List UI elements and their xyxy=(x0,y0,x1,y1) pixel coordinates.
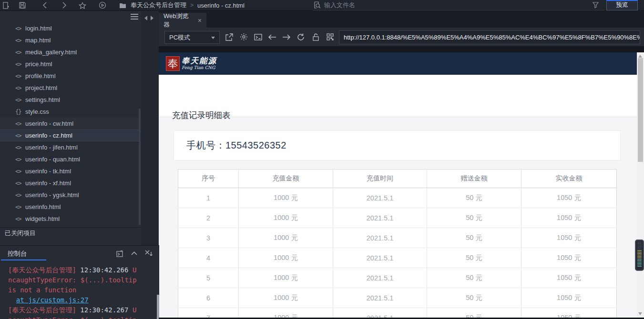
console-output[interactable]: [奉天公众号后台管理] 12:30:42.266 UncaughtTypeErr… xyxy=(8,265,156,319)
url-bar[interactable]: http://127.0.0.1:8848/%E5%A5%89%E5%A4%A9… xyxy=(339,30,640,44)
file-name: style.css xyxy=(25,108,49,115)
settings-gear-icon[interactable] xyxy=(239,32,248,41)
tree-item[interactable]: <>userinfo - jifen.html xyxy=(0,141,140,153)
tree-item[interactable]: <>userinfo - xf.html xyxy=(0,177,140,189)
table-cell: 1050 元 xyxy=(521,188,617,208)
phone-card: 手机号：15543526352 xyxy=(174,130,621,160)
refresh-icon[interactable] xyxy=(296,32,306,41)
devtools-console-icon[interactable] xyxy=(253,32,263,41)
preview-button[interactable]: 预览 xyxy=(606,0,638,10)
editor-tabstrip: Web浏览器 × xyxy=(159,11,644,28)
tree-item[interactable]: <>media_gallery.html xyxy=(0,46,140,58)
tree-item[interactable]: <>project.html xyxy=(0,82,140,94)
table-cell: 5 xyxy=(178,268,239,288)
file-name: userinfo.html xyxy=(25,203,61,210)
tree-item[interactable]: <>settings.html xyxy=(0,94,140,106)
unlock-icon[interactable] xyxy=(311,32,320,41)
nav-back-icon[interactable] xyxy=(267,32,277,41)
console-line: [奉天公众号后台管理] 12:30:42.266 U xyxy=(8,265,156,275)
tree-item[interactable]: <>map.html xyxy=(0,34,140,46)
file-name: project.html xyxy=(25,84,57,91)
search-input[interactable] xyxy=(324,1,572,9)
tree-item[interactable]: <>login.html xyxy=(0,22,140,34)
browser-toolbar: PC模式 http://127.0.0.1:8848/%E5%A5%89%E5%… xyxy=(159,28,644,46)
tree-item[interactable]: <>profile.html xyxy=(0,70,140,82)
page-title-band: 充值记录明细表 xyxy=(159,75,637,117)
back-icon[interactable] xyxy=(40,1,49,9)
table-cell: 50 元 xyxy=(427,188,521,208)
qr-code-icon[interactable] xyxy=(325,32,335,41)
mobile-preview-widget[interactable] xyxy=(635,239,644,271)
console-header: 控制台 xyxy=(0,246,159,261)
tree-item[interactable]: <>userinfo - quan.html xyxy=(0,153,140,165)
forward-icon[interactable] xyxy=(60,1,69,9)
tree-item[interactable]: <>userinfo.html xyxy=(0,201,140,213)
file-tree: <>login.html<>map.html<>media_gallery.ht… xyxy=(0,22,140,225)
explorer-menu-icon[interactable] xyxy=(131,14,138,20)
html-file-icon: <> xyxy=(15,37,25,44)
console-line: [奉天公众号后台管理] 12:30:42.267 U xyxy=(8,305,156,315)
breadcrumb-file[interactable]: userinfo - cz.html xyxy=(197,2,245,9)
tree-item[interactable]: <>userinfo - tk.html xyxy=(0,165,140,177)
new-file-icon[interactable] xyxy=(2,1,10,9)
save-icon[interactable] xyxy=(18,1,27,9)
file-name: price.html xyxy=(25,60,52,68)
scroll-up-icon[interactable] xyxy=(638,55,642,58)
tree-item[interactable]: <>userinfo - ygsk.html xyxy=(0,189,140,201)
closed-projects-section[interactable]: 已关闭项目 xyxy=(0,227,141,239)
table-cell: 1000 元 xyxy=(239,188,333,208)
breadcrumb[interactable]: 奉天公众号后台管理 > userinfo - cz.html xyxy=(118,0,245,10)
tree-item[interactable]: {}style.css xyxy=(0,106,140,118)
table-header-row: 序号充值金额充值时间赠送金额实收金额 xyxy=(178,169,617,188)
console-line: ncaughtTypeError: $(...).tooltip xyxy=(8,315,156,319)
tab-scroll-right-icon[interactable] xyxy=(151,16,153,20)
table-cell: 1050 元 xyxy=(521,228,617,248)
table-cell: 2021.5.1 xyxy=(333,188,427,208)
console-scrollbar[interactable] xyxy=(157,295,159,319)
run-icon[interactable] xyxy=(98,1,107,9)
tab-close-icon[interactable]: × xyxy=(198,17,202,24)
html-file-icon: <> xyxy=(15,25,25,32)
breadcrumb-project[interactable]: 奉天公众号后台管理 xyxy=(131,1,186,10)
file-name: media_gallery.html xyxy=(25,49,77,56)
device-mode-select[interactable]: PC模式 xyxy=(164,31,220,44)
html-file-icon: <> xyxy=(15,144,25,151)
tree-item[interactable]: <>userinfo - cz.html xyxy=(0,130,140,141)
breadcrumb-separator-icon: > xyxy=(190,2,194,9)
console-text: [奉天公众号后台管理] xyxy=(8,266,80,274)
star-icon[interactable] xyxy=(78,1,87,9)
logo-name-zh: 奉天能源 xyxy=(182,56,217,65)
file-tree-scrollbar[interactable] xyxy=(139,109,141,225)
webview-scrollbar[interactable] xyxy=(637,52,644,319)
scroll-down-icon[interactable] xyxy=(638,312,642,315)
console-line: is not a function xyxy=(8,285,156,295)
console-source-link[interactable]: at js/custom.js:27 xyxy=(16,296,89,304)
file-name: userinfo - jifen.html xyxy=(25,144,78,151)
new-terminal-icon[interactable] xyxy=(116,249,124,257)
collapse-panel-icon[interactable] xyxy=(130,249,138,257)
widget-stripes-gray xyxy=(637,242,642,250)
html-file-icon: <> xyxy=(15,85,25,91)
tab-scroll-controls xyxy=(144,16,153,20)
table-header-cell: 序号 xyxy=(178,169,239,188)
console-line: at js/custom.js:27 xyxy=(8,295,156,305)
table-cell: 4 xyxy=(178,248,239,268)
site-logo[interactable]: 奉 奉天能源 Feng Tian CNG xyxy=(166,56,217,71)
clear-console-icon[interactable] xyxy=(144,249,153,257)
html-file-icon: <> xyxy=(15,73,25,80)
console-text: [奉天公众号后台管理] xyxy=(8,306,80,314)
table-cell: 1000 元 xyxy=(239,228,333,248)
table-row: 51000 元2021.5.150 元1050 元 xyxy=(178,268,617,288)
filter-icon[interactable] xyxy=(593,1,601,9)
scrollbar-thumb[interactable] xyxy=(638,58,643,162)
tab-web-browser[interactable]: Web浏览器 × xyxy=(159,13,206,28)
tree-item[interactable]: <>price.html xyxy=(0,58,140,70)
console-tab[interactable]: 控制台 xyxy=(8,249,27,258)
tab-scroll-left-icon[interactable] xyxy=(144,16,147,20)
tree-item[interactable]: <>userinfo - cw.html xyxy=(0,118,140,130)
table-row: 41000 元2021.5.150 元1050 元 xyxy=(178,248,617,268)
tree-item[interactable]: <>widgets.html xyxy=(0,213,140,225)
nav-forward-icon[interactable] xyxy=(282,32,291,41)
open-external-browser-icon[interactable] xyxy=(225,32,234,41)
table-cell: 50 元 xyxy=(427,208,521,228)
